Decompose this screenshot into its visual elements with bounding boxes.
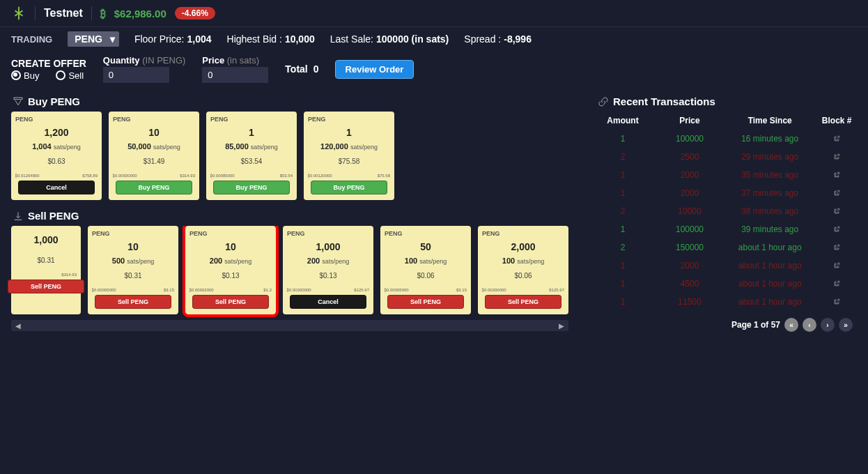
tx-block-link[interactable] [816, 135, 857, 142]
card-footer: ₿0.00200000$125.97 [478, 288, 568, 292]
review-order-button[interactable]: Review Order [336, 61, 414, 78]
card-action-button[interactable]: Buy PENG [116, 181, 192, 194]
tx-time: 16 minutes ago [723, 134, 816, 144]
tx-block-link[interactable] [816, 226, 857, 233]
create-offer-label: CREATE OFFER [11, 58, 86, 69]
quantity-input[interactable] [103, 67, 169, 83]
card-action-button[interactable]: Cancel [290, 295, 366, 309]
tx-block-link[interactable] [816, 190, 857, 197]
page-next-button[interactable]: › [821, 318, 835, 332]
tx-block-link[interactable] [816, 208, 857, 215]
col-amount: Amount [589, 116, 656, 125]
card-token: PENG [109, 116, 131, 123]
offer-card: PENG50100 sats/peng$0.06₿0.00005000$3.15… [380, 226, 471, 314]
token-select[interactable]: PENG [68, 31, 119, 47]
offer-card: 1,000 $0.31$314.93Sell PENG [11, 226, 81, 314]
btc-price: $62,986.00 [114, 8, 166, 20]
horizontal-scrollbar[interactable]: ◀ ▶ [11, 320, 568, 331]
card-action-button[interactable]: Buy PENG [311, 181, 387, 194]
card-usd: $0.13 [319, 272, 336, 280]
card-amount: 2,000 [511, 241, 535, 252]
tx-row: 21000038 minutes ago [589, 202, 857, 220]
buy-radio[interactable]: Buy [11, 70, 39, 81]
card-footer: ₿0.00200000$125.97 [283, 288, 373, 292]
card-footer: ₿0.00500000$314.93 [109, 174, 199, 178]
tx-amount: 2 [589, 243, 656, 252]
card-action-button[interactable]: Buy PENG [213, 181, 290, 194]
quantity-label: Quantity (IN PENG) [103, 55, 185, 66]
page-last-button[interactable]: » [839, 318, 853, 332]
card-rate: 100 sats/peng [405, 257, 447, 265]
link-icon [598, 96, 609, 107]
tx-amount: 1 [589, 134, 656, 144]
tx-block-link[interactable] [816, 262, 857, 269]
card-action-button[interactable]: Sell PENG [8, 280, 84, 293]
tx-amount: 1 [589, 297, 656, 307]
total-label: Total [285, 63, 307, 75]
tx-time: 37 minutes ago [723, 188, 816, 198]
card-rate: 500 sats/peng [112, 257, 154, 265]
tx-block-link[interactable] [816, 153, 857, 160]
offer-card: PENG1,000200 sats/peng$0.13₿0.00200000$1… [283, 226, 373, 314]
app-header: Testnet ₿ $62,986.00 -4.66% [0, 0, 868, 26]
tx-row: 110000039 minutes ago [589, 220, 857, 238]
tx-row: 110000016 minutes ago [589, 130, 857, 148]
card-action-button[interactable]: Sell PENG [485, 295, 561, 309]
card-action-button[interactable]: Sell PENG [387, 295, 464, 309]
tx-time: about 1 hour ago [723, 261, 816, 270]
page-first-button[interactable]: « [784, 318, 798, 332]
trading-label: TRADING [11, 34, 52, 45]
card-action-button[interactable]: Sell PENG [192, 295, 269, 309]
offer-card: PENG10200 sats/peng$0.13₿0.00002000$1.2S… [185, 226, 276, 314]
tx-time: about 1 hour ago [723, 297, 816, 307]
card-amount: 10 [127, 241, 139, 252]
tx-price: 2000 [656, 261, 723, 270]
tx-amount: 1 [589, 261, 656, 270]
sell-icon [13, 211, 24, 222]
card-amount: 50 [420, 241, 431, 252]
card-amount: 1 [249, 127, 254, 138]
tx-row: 111500about 1 hour ago [589, 293, 857, 311]
card-action-button[interactable]: Sell PENG [95, 295, 171, 309]
tx-price: 2000 [656, 188, 723, 198]
col-price: Price [656, 116, 723, 125]
card-amount: 10 [225, 241, 236, 252]
card-footer: ₿0.00005000$3.15 [380, 288, 471, 292]
buy-icon [13, 96, 24, 107]
tx-amount: 1 [589, 170, 656, 180]
card-footer: ₿0.00005000$3.15 [88, 288, 178, 292]
scroll-right-icon[interactable]: ▶ [559, 322, 564, 330]
card-usd: $75.58 [339, 158, 360, 165]
tx-block-link[interactable] [816, 244, 857, 251]
card-usd: $31.49 [144, 158, 165, 165]
last-sale: Last Sale:100000 (in sats) [330, 33, 449, 45]
page-prev-button[interactable]: ‹ [803, 318, 816, 332]
card-action-button[interactable]: Cancel [18, 181, 95, 194]
tx-table-body: 110000016 minutes ago2250029 minutes ago… [589, 130, 857, 311]
tx-row: 14500about 1 hour ago [589, 275, 857, 293]
offer-card: PENG10500 sats/peng$0.31₿0.00005000$3.15… [88, 226, 178, 314]
tx-price: 2500 [656, 152, 723, 162]
tx-block-link[interactable] [816, 280, 857, 287]
card-token: PENG [304, 116, 326, 123]
tx-amount: 1 [589, 188, 656, 198]
tx-row: 2150000about 1 hour ago [589, 238, 857, 257]
price-input[interactable] [202, 67, 268, 83]
card-usd: $0.31 [124, 272, 141, 280]
tx-block-link[interactable] [816, 171, 857, 178]
card-amount: 1,000 [33, 234, 58, 245]
scroll-left-icon[interactable]: ◀ [15, 322, 21, 330]
tx-row: 12000about 1 hour ago [589, 257, 857, 275]
sell-radio[interactable]: Sell [56, 70, 84, 81]
radio-checked-icon [11, 70, 21, 80]
card-token: PENG [11, 116, 33, 123]
card-amount: 10 [148, 127, 160, 138]
network-label: Testnet [44, 7, 83, 20]
pct-change-badge: -4.66% [175, 7, 215, 20]
create-offer-row: CREATE OFFER Buy Sell Quantity (IN PENG)… [0, 51, 868, 91]
card-amount: 1 [346, 127, 352, 138]
tx-time: 39 minutes ago [723, 224, 816, 234]
card-token: PENG [206, 116, 228, 123]
tx-block-link[interactable] [816, 298, 857, 305]
recent-tx-heading: Recent Transactions [589, 91, 857, 112]
